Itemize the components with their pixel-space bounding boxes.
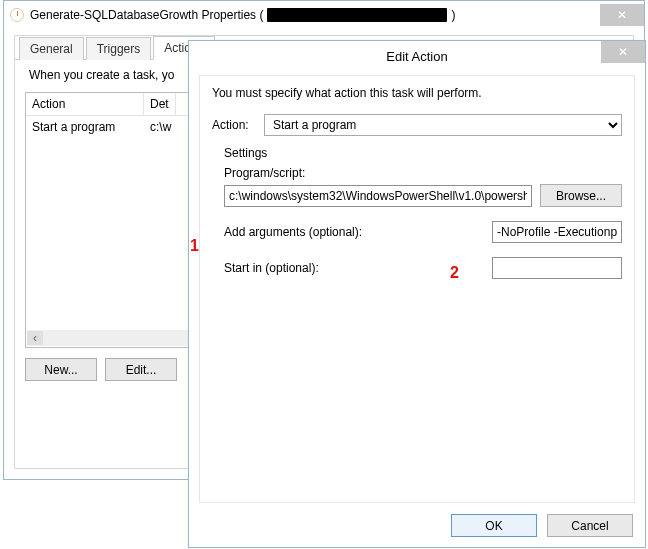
edit-action-close-button[interactable]: ✕ bbox=[601, 41, 645, 63]
close-icon: ✕ bbox=[618, 45, 628, 59]
close-icon: ✕ bbox=[617, 8, 627, 22]
browse-button[interactable]: Browse... bbox=[540, 184, 622, 207]
start-in-label: Start in (optional): bbox=[224, 261, 472, 275]
ok-button[interactable]: OK bbox=[451, 514, 537, 537]
start-in-input[interactable] bbox=[492, 257, 622, 279]
properties-close-button[interactable]: ✕ bbox=[600, 4, 644, 26]
edit-action-titlebar: Edit Action ✕ bbox=[189, 41, 645, 71]
edit-action-title: Edit Action bbox=[386, 49, 447, 64]
action-label: Action: bbox=[212, 118, 264, 132]
program-script-label: Program/script: bbox=[224, 166, 622, 180]
row-action: Start a program bbox=[26, 116, 144, 138]
column-header-details[interactable]: Det bbox=[144, 93, 176, 115]
action-row: Action: Start a program bbox=[212, 114, 622, 136]
add-arguments-input[interactable] bbox=[492, 221, 622, 243]
task-scheduler-icon bbox=[10, 8, 24, 22]
settings-group: Program/script: Browse... Add arguments … bbox=[224, 166, 622, 279]
redacted-region bbox=[267, 8, 447, 22]
properties-title: Generate-SQLDatabaseGrowth Properties () bbox=[30, 8, 600, 23]
tab-triggers[interactable]: Triggers bbox=[86, 37, 152, 60]
instruction-text: You must specify what action this task w… bbox=[212, 86, 622, 100]
edit-button[interactable]: Edit... bbox=[105, 358, 177, 381]
column-header-action[interactable]: Action bbox=[26, 93, 144, 115]
program-script-input[interactable] bbox=[224, 185, 532, 207]
dialog-footer: OK Cancel bbox=[451, 514, 633, 537]
cancel-button[interactable]: Cancel bbox=[547, 514, 633, 537]
scroll-left-icon[interactable]: ‹ bbox=[27, 331, 43, 345]
edit-action-body: You must specify what action this task w… bbox=[199, 75, 635, 503]
title-prefix: Generate-SQLDatabaseGrowth Properties ( bbox=[30, 8, 263, 22]
title-suffix: ) bbox=[451, 8, 455, 22]
optional-fields-grid: Add arguments (optional): Start in (opti… bbox=[224, 221, 622, 279]
new-button[interactable]: New... bbox=[25, 358, 97, 381]
tab-general[interactable]: General bbox=[19, 37, 84, 60]
settings-heading: Settings bbox=[224, 146, 622, 160]
action-combobox[interactable]: Start a program bbox=[264, 114, 622, 136]
properties-titlebar: Generate-SQLDatabaseGrowth Properties ()… bbox=[4, 1, 644, 29]
add-arguments-label: Add arguments (optional): bbox=[224, 225, 472, 239]
row-details: c:\w bbox=[144, 116, 177, 138]
program-script-row: Browse... bbox=[224, 184, 622, 207]
edit-action-dialog: Edit Action ✕ You must specify what acti… bbox=[188, 40, 646, 548]
